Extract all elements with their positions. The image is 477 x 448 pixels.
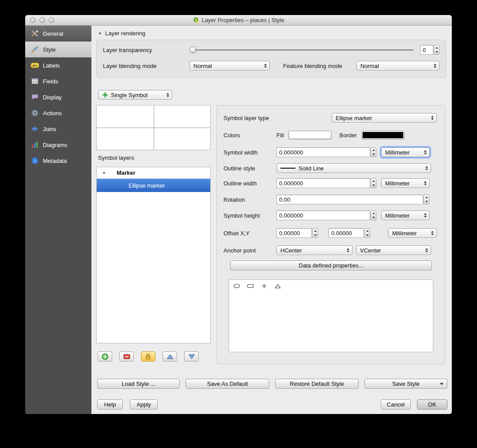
symbol-layer-type-value: Ellipse marker (336, 115, 372, 121)
sidebar-item-general[interactable]: General (25, 26, 91, 41)
rotation-stepper[interactable] (424, 195, 429, 204)
sidebar-item-diagrams[interactable]: Diagrams (25, 137, 91, 153)
symbol-preview (96, 105, 211, 150)
sidebar-item-label: Labels (43, 62, 60, 69)
fill-color-button[interactable] (288, 131, 332, 139)
preview-crosshair-v (154, 105, 154, 150)
svg-text:i: i (34, 158, 36, 163)
tree-item-ellipse-marker[interactable]: Ellipse marker (97, 179, 210, 192)
offset-x-field[interactable] (276, 228, 312, 238)
symbol-height-stepper[interactable] (371, 211, 376, 220)
menu-arrow-icon (440, 383, 443, 385)
layer-blending-select[interactable]: Normal (189, 61, 270, 71)
qgis-logo-icon (193, 17, 200, 23)
layer-transparency-label: Layer transparency (103, 47, 189, 53)
fill-color-swatch (290, 132, 330, 138)
close-window-button[interactable] (30, 17, 36, 23)
transparency-value-field[interactable] (420, 45, 433, 55)
popup-arrows-icon (424, 213, 427, 218)
outline-width-field[interactable] (276, 178, 370, 188)
symbol-width-unit-select[interactable]: Millimeter (381, 147, 430, 157)
outline-style-select[interactable]: Solid Line (276, 163, 431, 173)
ellipse-shape-list (229, 279, 433, 352)
help-button[interactable]: Help (97, 399, 123, 410)
offset-unit-select[interactable]: Millimeter (388, 228, 437, 238)
renderer-select[interactable]: Single Symbol (98, 90, 172, 100)
popup-arrows-icon (424, 150, 427, 154)
zoom-window-button[interactable] (49, 17, 54, 23)
popup-arrows-icon (434, 64, 436, 68)
tree-item-marker[interactable]: ▼ Marker (97, 167, 210, 179)
single-symbol-icon (102, 92, 108, 98)
sidebar-item-label: Fields (43, 78, 58, 85)
save-style-menu-button[interactable]: Save Style (364, 379, 447, 389)
slider-thumb[interactable] (189, 46, 196, 53)
save-as-default-button[interactable]: Save As Default (186, 379, 269, 389)
ok-button[interactable]: OK (417, 399, 447, 410)
sidebar-item-joins[interactable]: Joins (25, 121, 91, 137)
transparency-slider[interactable] (189, 46, 414, 53)
border-color-button[interactable] (361, 131, 405, 139)
bar-chart-icon (30, 141, 39, 149)
popup-arrows-icon (167, 93, 169, 97)
move-layer-down-button[interactable] (184, 351, 199, 361)
symbol-width-stepper[interactable] (371, 147, 376, 157)
add-symbol-layer-button[interactable] (98, 351, 112, 361)
outline-width-unit-value: Millimeter (385, 180, 410, 187)
triangle-shape-option[interactable] (274, 283, 282, 289)
offset-y-stepper[interactable] (364, 228, 370, 238)
feature-blending-select[interactable]: Normal (356, 61, 439, 71)
speech-bubble-icon (30, 93, 39, 101)
symbol-width-unit-value: Millimeter (385, 149, 410, 156)
plus-icon (102, 353, 109, 360)
move-layer-up-button[interactable] (163, 351, 177, 361)
restore-default-style-button[interactable]: Restore Default Style (275, 379, 359, 389)
remove-symbol-layer-button[interactable] (119, 351, 134, 361)
layer-rendering-header[interactable]: ▼ Layer rendering (98, 30, 145, 37)
sidebar-item-actions[interactable]: Actions (25, 105, 91, 121)
data-defined-properties-button[interactable]: Data defined properties... (230, 260, 432, 271)
sidebar-item-display[interactable]: Display (25, 89, 91, 105)
gear-icon (30, 109, 39, 117)
symbol-layer-type-select[interactable]: Ellipse marker (332, 113, 437, 123)
offset-x-stepper[interactable] (312, 228, 318, 238)
ellipse-shape-option[interactable] (233, 283, 241, 289)
minimize-window-button[interactable] (39, 17, 45, 23)
arrow-down-icon (188, 354, 195, 359)
symbol-height-unit-value: Millimeter (385, 212, 410, 219)
outline-width-unit-select[interactable]: Millimeter (381, 178, 430, 188)
disclosure-triangle-icon: ▼ (98, 31, 102, 36)
sidebar-item-style[interactable]: Style (25, 41, 91, 57)
symbol-layer-type-label: Symbol layer type (223, 115, 269, 121)
rotation-field[interactable] (276, 195, 423, 204)
outline-style-label: Outline style (223, 165, 276, 172)
cancel-button[interactable]: Cancel (381, 399, 411, 410)
outline-width-stepper[interactable] (371, 178, 376, 188)
transparency-stepper[interactable] (434, 45, 439, 55)
feature-blending-value: Normal (360, 63, 379, 69)
rectangle-shape-option[interactable] (246, 283, 254, 289)
feature-blending-label: Feature blending mode (283, 63, 342, 69)
lock-layer-color-button[interactable] (141, 351, 155, 361)
anchor-v-select[interactable]: VCenter (356, 245, 431, 255)
style-page: ▼ Layer rendering Layer transparency Lay… (91, 26, 452, 414)
load-style-button[interactable]: Load Style ... (97, 379, 180, 389)
anchor-h-select[interactable]: HCenter (276, 245, 352, 255)
symbol-height-unit-select[interactable]: Millimeter (381, 211, 430, 220)
popup-arrows-icon (431, 116, 434, 120)
offset-y-field[interactable] (329, 228, 364, 238)
cross-shape-option[interactable] (260, 283, 268, 289)
apply-button[interactable]: Apply (130, 399, 158, 410)
sidebar-item-label: Diagrams (43, 142, 68, 148)
symbol-height-label: Symbol height (223, 212, 276, 219)
popup-arrows-icon (425, 166, 428, 170)
sidebar-item-metadata[interactable]: i Metadata (25, 153, 91, 169)
renderer-value: Single Symbol (111, 92, 148, 98)
sidebar-item-labels[interactable]: abc Labels (25, 57, 91, 73)
table-icon (30, 77, 39, 85)
symbol-width-field[interactable] (276, 147, 370, 157)
sidebar-item-fields[interactable]: Fields (25, 73, 91, 89)
slider-track[interactable] (189, 49, 414, 51)
layer-rendering-panel: Layer transparency Layer blending mode N… (96, 40, 446, 78)
symbol-height-field[interactable] (276, 211, 370, 220)
